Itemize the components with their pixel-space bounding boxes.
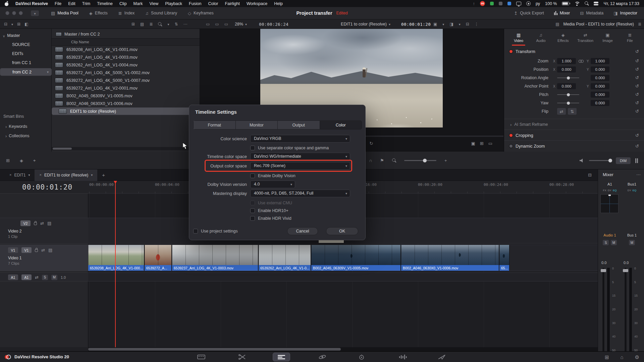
y-value-field[interactable]: 0.000 bbox=[591, 83, 609, 89]
quick-export-button[interactable]: Quick Export bbox=[514, 11, 544, 15]
menu-app-name[interactable]: DaVinci Resolve bbox=[15, 1, 48, 6]
page-deliver-button[interactable] bbox=[433, 353, 450, 361]
apple-icon[interactable] bbox=[5, 1, 9, 6]
bin-item[interactable]: EDITs bbox=[0, 50, 52, 57]
spotlight-search-icon[interactable] bbox=[585, 1, 589, 6]
dynamics-slot[interactable]: DY bbox=[628, 189, 631, 192]
track-destination-badge[interactable]: A1 bbox=[21, 274, 32, 280]
lock-icon[interactable] bbox=[34, 222, 37, 225]
inspector-tab[interactable]: ◈ Effects bbox=[552, 32, 574, 45]
slider-knob[interactable] bbox=[567, 76, 570, 80]
view-mode-icon[interactable] bbox=[449, 22, 453, 26]
media-clip-row[interactable]: B002_A045_06309V_V1-0005.mov bbox=[52, 92, 200, 100]
enable-dolby-vision-checkbox[interactable] bbox=[250, 173, 255, 178]
mute-speaker-icon[interactable] bbox=[580, 159, 584, 163]
ai-smart-reframe-row[interactable]: AI Smart Reframe bbox=[504, 120, 644, 129]
timeline-clip[interactable]: 6539208_Arri_LOG_4K_V1-000... bbox=[88, 245, 144, 271]
timeline-tab[interactable]: EDIT1 bbox=[5, 169, 35, 181]
channel-name[interactable]: A1 bbox=[599, 182, 620, 186]
value-field[interactable]: 0.000 bbox=[591, 92, 609, 98]
dual-viewer-icon[interactable] bbox=[215, 22, 219, 26]
zoom-out-icon[interactable] bbox=[392, 158, 396, 163]
value-slider[interactable] bbox=[557, 94, 579, 95]
blue-status-icon[interactable] bbox=[507, 2, 511, 5]
tab-caret-icon[interactable] bbox=[28, 173, 30, 177]
mixer-toggle-button[interactable]: Mixer bbox=[554, 11, 570, 15]
scrollbar-thumb[interactable] bbox=[53, 148, 72, 150]
timeline-clip[interactable]: B002_A045_06309V_V1-0005.mov bbox=[311, 245, 401, 271]
cinema-viewer-icon[interactable] bbox=[224, 22, 228, 26]
inspector-toggle-button[interactable]: Inspector bbox=[613, 11, 637, 15]
row-reset-icon[interactable] bbox=[635, 92, 639, 97]
column-header[interactable]: Clip Name bbox=[52, 38, 200, 46]
x-value-field[interactable]: 1.000 bbox=[557, 58, 576, 64]
chevron-down-icon[interactable] bbox=[3, 34, 5, 38]
effects-toggle-button[interactable]: Effects bbox=[89, 11, 108, 15]
monitor-volume-slider[interactable] bbox=[589, 160, 611, 161]
enable-hdr-vivid-checkbox[interactable] bbox=[250, 216, 255, 221]
transform-enable-toggle[interactable] bbox=[509, 50, 513, 53]
ok-button[interactable]: OK bbox=[326, 227, 358, 235]
output-color-space-select[interactable]: Rec.709 (Scene) bbox=[250, 162, 350, 170]
timeline-clip[interactable]: 6539272_A... bbox=[145, 245, 172, 271]
page-fairlight-button[interactable] bbox=[394, 353, 411, 361]
menu-item[interactable]: Playback bbox=[165, 1, 182, 6]
channel-name[interactable]: Bus1 bbox=[622, 182, 642, 186]
flag-marker-icon[interactable] bbox=[380, 158, 384, 163]
project-manager-icon[interactable] bbox=[605, 355, 609, 360]
value-slider[interactable] bbox=[557, 103, 579, 103]
timeline-list-icon[interactable] bbox=[588, 173, 592, 177]
value-field[interactable]: 0.000 bbox=[591, 75, 609, 81]
menu-item[interactable]: Edit bbox=[68, 1, 75, 6]
timeline-clip[interactable]: 65... bbox=[499, 245, 509, 271]
fader-thumb[interactable] bbox=[623, 269, 628, 272]
eq-slot[interactable]: EQ bbox=[613, 189, 617, 192]
row-reset-icon[interactable] bbox=[635, 109, 639, 113]
search-options-caret-icon[interactable] bbox=[167, 22, 169, 26]
thumbnail-view-icon[interactable] bbox=[131, 22, 135, 26]
fader-thumb[interactable] bbox=[601, 269, 606, 272]
link-xy-icon[interactable] bbox=[579, 60, 584, 63]
close-tab-icon[interactable] bbox=[39, 173, 41, 177]
tab-caret-icon[interactable] bbox=[91, 173, 93, 177]
auto-select-icon[interactable] bbox=[40, 221, 44, 225]
media-clip-row[interactable]: 6539208_Arri_LOG_4K_V1-0001.mov bbox=[52, 46, 200, 53]
timeline-clip[interactable]: 6539237_Arri_LOG_4K_V1-0003.mov bbox=[172, 245, 258, 271]
gray-status-icon[interactable] bbox=[499, 2, 502, 5]
volume-knob[interactable] bbox=[608, 159, 612, 162]
timeline-view-options-icon[interactable] bbox=[6, 158, 10, 163]
upload-status-icon[interactable] bbox=[473, 1, 475, 6]
channel-fader[interactable] bbox=[624, 267, 627, 355]
dialog-tab[interactable]: Monitor bbox=[236, 121, 278, 129]
color-science-select[interactable]: DaVinci YRGB bbox=[250, 135, 350, 143]
close-tab-icon[interactable] bbox=[9, 173, 11, 177]
resolution-caret-icon[interactable] bbox=[442, 22, 444, 26]
dynamic-zoom-enable-toggle[interactable] bbox=[509, 145, 513, 148]
dialog-tab[interactable]: Color bbox=[320, 121, 362, 129]
media-search-icon[interactable] bbox=[158, 22, 162, 27]
track-destination-badge[interactable]: V2 bbox=[20, 220, 31, 226]
inspector-tab[interactable]: ♫ Audio bbox=[530, 32, 552, 45]
timeline-clip[interactable]: B002_A046_0630X0_V1-0006.mov bbox=[401, 245, 499, 271]
media-clip-row[interactable]: 6539262_Arri_LOG_4K_V1-0004.mov bbox=[52, 61, 200, 69]
row-reset-icon[interactable] bbox=[635, 101, 639, 105]
index-toggle-button[interactable]: Index bbox=[118, 11, 135, 15]
menu-item[interactable]: Fairlight bbox=[225, 1, 239, 6]
timeline-select-dropdown[interactable]: EDIT1 to color (Resolve) bbox=[341, 22, 390, 27]
track-source-badge[interactable]: V1 bbox=[8, 247, 18, 253]
menu-item[interactable]: Trim bbox=[82, 1, 91, 6]
media-clip-row[interactable]: EDIT1 to color (Resolve) bbox=[52, 107, 200, 115]
media-clip-row[interactable]: 6539272_Arri_LOG_4K_S000_V1-0007.mov bbox=[52, 76, 200, 84]
filmstrip-toggle-icon[interactable] bbox=[47, 221, 51, 225]
pan-control[interactable] bbox=[600, 194, 619, 213]
green-status-icon[interactable] bbox=[490, 2, 494, 5]
mastering-display-select[interactable]: 4000-nit, P3, D65, ST.2084, Full bbox=[250, 190, 350, 197]
separate-gamma-checkbox[interactable] bbox=[250, 146, 255, 150]
solo-button[interactable]: S bbox=[42, 275, 48, 280]
slider-knob[interactable] bbox=[567, 102, 570, 105]
cropping-enable-toggle[interactable] bbox=[509, 134, 513, 137]
smart-bins-header[interactable]: Smart Bins bbox=[0, 113, 52, 120]
list-view-icon[interactable] bbox=[149, 22, 153, 26]
metadata-toggle-button[interactable]: Metadata bbox=[580, 11, 603, 15]
page-edit-button[interactable] bbox=[273, 353, 290, 361]
